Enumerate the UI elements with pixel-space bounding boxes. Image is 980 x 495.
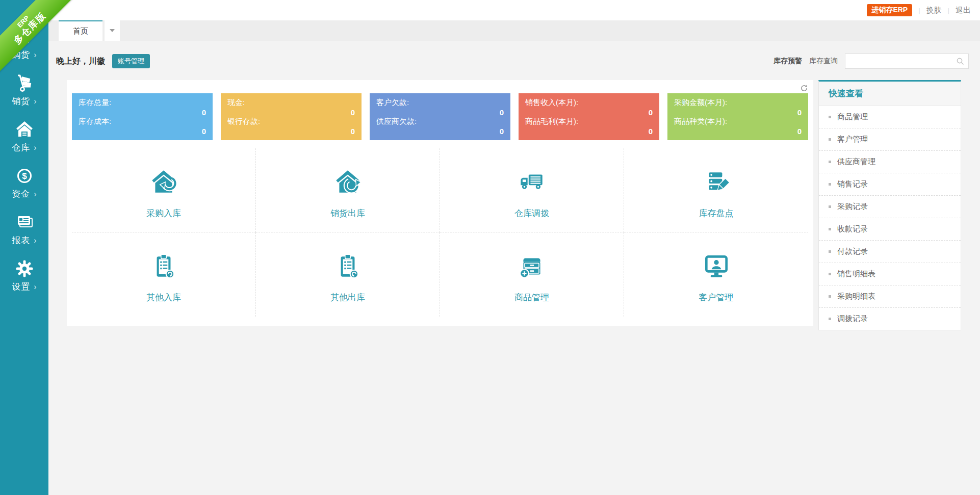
sidebar-item-label: 仓库 xyxy=(12,142,30,153)
shortcut-other-inbound[interactable]: 其他入库 xyxy=(72,232,256,317)
cabinet-plus-icon xyxy=(517,252,547,281)
quick-item-label: 采购记录 xyxy=(837,202,868,212)
stat-value: 0 xyxy=(227,108,355,117)
stat-label: 商品毛利(本月): xyxy=(525,117,653,126)
topbar: 进销存ERP | 换肤 | 退出 xyxy=(48,0,980,20)
shortcut-warehouse-transfer[interactable]: 仓库调拨 xyxy=(440,148,624,232)
square-bullet-icon xyxy=(829,205,831,208)
stat-card-sales-month: 销售收入(本月): 0 商品毛利(本月): 0 xyxy=(519,93,659,140)
stat-value: 0 xyxy=(79,127,206,136)
sidebar-item-label: 报表 xyxy=(12,235,30,246)
refresh-icon[interactable] xyxy=(800,84,808,92)
inventory-query-link[interactable]: 库存查询 xyxy=(809,57,838,66)
clipboard-in-icon xyxy=(149,252,178,281)
stat-cards: 库存总量: 0 库存成本: 0 现金: 0 银行存款: 0 客户欠款: xyxy=(72,93,808,140)
tab-bar: 首页 xyxy=(48,20,980,41)
inventory-warning-link[interactable]: 库存预警 xyxy=(773,57,802,66)
corner-ribbon: ERP 多仓库版 xyxy=(0,0,102,102)
shortcut-customer-management[interactable]: 客户管理 xyxy=(624,232,808,317)
quick-view-item-customers[interactable]: 客户管理 xyxy=(819,128,961,150)
quick-item-label: 采购明细表 xyxy=(837,292,875,301)
quick-view-item-products[interactable]: 商品管理 xyxy=(819,106,961,128)
shortcut-inventory-check[interactable]: 库存盘点 xyxy=(624,148,808,232)
shortcut-label: 采购入库 xyxy=(146,207,181,219)
quick-view-item-sales-records[interactable]: 销售记录 xyxy=(819,173,961,195)
divider: | xyxy=(948,7,949,14)
stat-card-cash: 现金: 0 银行存款: 0 xyxy=(221,93,362,140)
shortcut-sales-outbound[interactable]: 销货出库 xyxy=(256,148,440,232)
stat-label: 现金: xyxy=(227,98,355,108)
stat-label: 商品种类(本月): xyxy=(674,117,802,126)
stat-label: 客户欠款: xyxy=(376,98,504,108)
sidebar-item-funds[interactable]: $ 资金› xyxy=(0,166,48,200)
stat-label: 采购金额(本月): xyxy=(674,98,802,108)
stat-value: 0 xyxy=(79,108,206,117)
tab-dropdown-button[interactable] xyxy=(105,20,120,41)
funds-icon: $ xyxy=(14,166,35,186)
stat-value: 0 xyxy=(525,127,653,136)
square-bullet-icon xyxy=(829,228,831,230)
quick-item-label: 客户管理 xyxy=(837,135,868,144)
logout-link[interactable]: 退出 xyxy=(956,6,971,15)
quick-item-label: 商品管理 xyxy=(837,112,868,122)
shortcut-label: 客户管理 xyxy=(699,292,734,303)
stat-label: 销售收入(本月): xyxy=(525,98,653,108)
quick-view-item-purchase-records[interactable]: 采购记录 xyxy=(819,195,961,218)
change-skin-link[interactable]: 换肤 xyxy=(926,6,942,15)
quick-view-item-sales-detail[interactable]: 销售明细表 xyxy=(819,263,961,285)
stat-value: 0 xyxy=(674,108,802,117)
quick-view-list: 商品管理 客户管理 供应商管理 销售记录 采购记录 收款记录 付款记录 销售明细… xyxy=(819,106,961,330)
square-bullet-icon xyxy=(829,116,831,118)
gear-icon xyxy=(14,258,35,279)
stat-value: 0 xyxy=(376,127,504,136)
sidebar-item-settings[interactable]: 设置› xyxy=(0,258,48,293)
divider: | xyxy=(918,7,920,14)
shortcut-label: 仓库调拨 xyxy=(514,207,549,219)
sidebar-item-warehouse[interactable]: 仓库› xyxy=(0,119,48,153)
truck-icon xyxy=(517,168,547,197)
dashboard-panels: 库存总量: 0 库存成本: 0 现金: 0 银行存款: 0 客户欠款: xyxy=(48,80,980,330)
chevron-right-icon: › xyxy=(34,190,36,198)
search-icon[interactable] xyxy=(956,57,965,68)
content: 晚上好，川徽 账号管理 库存预警 库存查询 xyxy=(48,41,980,495)
stat-card-purchase-month: 采购金额(本月): 0 商品种类(本月): 0 xyxy=(667,93,808,140)
stat-value: 0 xyxy=(376,108,504,117)
square-bullet-icon xyxy=(829,183,831,186)
shortcut-other-outbound[interactable]: 其他出库 xyxy=(256,232,440,317)
quick-view-item-receipt-records[interactable]: 收款记录 xyxy=(819,218,961,240)
sidebar-item-label: 设置 xyxy=(12,281,30,293)
list-pencil-icon xyxy=(702,168,731,197)
square-bullet-icon xyxy=(829,250,831,253)
sidebar-item-reports[interactable]: 报表› xyxy=(0,212,48,246)
quick-item-label: 付款记录 xyxy=(837,247,868,256)
shortcut-purchase-inbound[interactable]: 采购入库 xyxy=(72,148,256,232)
stat-value: 0 xyxy=(227,127,355,136)
monitor-user-icon xyxy=(702,252,731,281)
quick-item-label: 调拨记录 xyxy=(837,314,868,324)
quick-view-item-suppliers[interactable]: 供应商管理 xyxy=(819,150,961,173)
square-bullet-icon xyxy=(829,273,831,275)
quick-view-title: 快速查看 xyxy=(819,82,961,106)
svg-text:$: $ xyxy=(22,171,27,181)
shortcut-product-management[interactable]: 商品管理 xyxy=(440,232,624,317)
ribbon-version-label: 多仓库版 xyxy=(0,0,84,83)
stat-label: 供应商欠款: xyxy=(376,117,504,126)
account-management-button[interactable]: 账号管理 xyxy=(112,54,150,68)
inventory-links: 库存预警 库存查询 xyxy=(773,54,969,69)
quick-view-item-purchase-detail[interactable]: 采购明细表 xyxy=(819,285,961,307)
quick-view-panel: 快速查看 商品管理 客户管理 供应商管理 销售记录 采购记录 收款记录 付款记录… xyxy=(818,80,961,330)
dashboard-main-panel: 库存总量: 0 库存成本: 0 现金: 0 银行存款: 0 客户欠款: xyxy=(67,80,813,326)
stat-card-receivables: 客户欠款: 0 供应商欠款: 0 xyxy=(370,93,510,140)
caret-down-icon xyxy=(110,29,115,32)
square-bullet-icon xyxy=(829,138,831,141)
product-badge: 进销存ERP xyxy=(867,4,912,16)
stat-value: 0 xyxy=(674,127,802,136)
quick-view-item-payment-records[interactable]: 付款记录 xyxy=(819,240,961,263)
house-arrow-in-icon xyxy=(149,168,178,197)
quick-item-label: 收款记录 xyxy=(837,224,868,234)
version-ribbon: ERP 多仓库版 xyxy=(0,0,87,85)
square-bullet-icon xyxy=(829,161,831,163)
search-input[interactable] xyxy=(845,54,968,68)
greeting-row: 晚上好，川徽 账号管理 库存预警 库存查询 xyxy=(48,41,980,80)
quick-view-item-transfer-records[interactable]: 调拨记录 xyxy=(819,307,961,330)
